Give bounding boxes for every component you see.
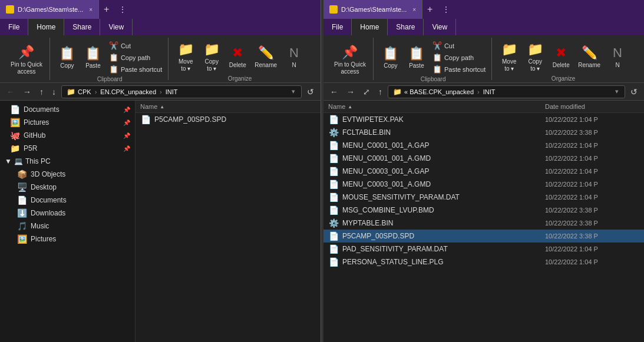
left-pin-btn[interactable]: 📌 Pin to Quickaccess <box>7 43 46 77</box>
left-tab-close[interactable]: × <box>89 6 93 13</box>
file-icon: 📄 <box>328 115 339 124</box>
right-file-fcltable-bin[interactable]: ⚙️ FCLTABLE.BIN 10/22/2022 3:38 P <box>323 126 644 139</box>
left-copyto-btn[interactable]: 📁 Copyto ▾ <box>199 40 224 74</box>
sidebar-item-documents[interactable]: 📄 Documents <box>0 194 135 207</box>
left-paste-btn[interactable]: 📋 Paste <box>81 41 105 75</box>
right-paste-shortcut-btn[interactable]: 📋 Paste shortcut <box>430 64 488 75</box>
left-cut-icon: ✂️ <box>109 41 118 50</box>
left-pin-label: Pin to Quickaccess <box>11 61 42 75</box>
sidebar-item-p5r[interactable]: 📁 P5R 📌 <box>0 142 135 155</box>
right-col-date-header[interactable]: Date modified <box>545 103 639 110</box>
left-path-part1: CPK <box>78 88 91 95</box>
file-date: 10/22/2022 1:04 P <box>545 116 639 123</box>
right-rename-btn[interactable]: ✏️ Rename <box>574 40 604 74</box>
sidebar-item-pictures-pinned[interactable]: 🖼️ Pictures 📌 <box>0 116 135 129</box>
left-move-btn[interactable]: 📁 Moveto ▾ <box>173 40 198 74</box>
left-paste-shortcut-icon: 📋 <box>109 65 118 74</box>
right-copy-path-btn[interactable]: 📋 Copy path <box>430 52 488 63</box>
sidebar-item-downloads[interactable]: ⬇️ Downloads <box>0 207 135 220</box>
right-copyto-btn[interactable]: 📁 Copyto ▾ <box>523 40 547 74</box>
right-refresh-btn[interactable]: ↺ <box>628 86 640 98</box>
right-file-msg-combine-lvup-bmd[interactable]: 📄 MSG_COMBINE_LVUP.BMD 10/22/2022 3:38 P <box>323 204 644 217</box>
right-paste-btn[interactable]: 📋 Paste <box>404 41 429 75</box>
left-tab-file[interactable]: File <box>0 19 28 35</box>
right-file-menu-c0001-001-a-gap[interactable]: 📄 MENU_C0001_001_A.GAP 10/22/2022 1:04 P <box>323 139 644 152</box>
right-expand-btn[interactable]: ⤢ <box>360 86 373 98</box>
left-rename-btn[interactable]: ✏️ Rename <box>251 40 280 74</box>
right-copy-btn[interactable]: 📋 Copy <box>378 41 403 75</box>
sidebar-item-music[interactable]: 🎵 Music <box>0 220 135 233</box>
left-ribbon-tabs: File Home Share View <box>0 19 321 35</box>
left-forward-btn[interactable]: → <box>20 86 34 98</box>
left-file-p5camp[interactable]: 📄 P5CAMP_00SPD.SPD <box>136 113 321 126</box>
sidebar-pics2-label: Pictures <box>31 235 56 243</box>
left-organize-items: 📁 Moveto ▾ 📁 Copyto ▾ ✖ Delete ✏️ <box>173 38 306 74</box>
left-rename-label: Rename <box>255 62 277 69</box>
right-tab-home[interactable]: Home <box>352 19 388 35</box>
file-date: 10/22/2022 1:04 P <box>545 181 639 188</box>
sidebar-item-github[interactable]: 🐙 GitHub 📌 <box>0 129 135 142</box>
right-tab-share[interactable]: Share <box>388 19 424 35</box>
left-address-path[interactable]: 📁 CPK › EN.CPK_unpacked › INIT ▾ <box>61 85 302 98</box>
right-file-menu-c0003-001-a-gap[interactable]: 📄 MENU_C0003_001_A.GAP 10/22/2022 1:04 P <box>323 165 644 178</box>
left-refresh-btn[interactable]: ↺ <box>304 86 317 98</box>
sidebar-p5r-icon: 📁 <box>9 144 20 153</box>
sidebar-item-desktop[interactable]: 🖥️ Desktop <box>0 181 135 194</box>
left-path-part3: INIT <box>166 88 178 95</box>
left-new-btn[interactable]: N N <box>282 40 306 74</box>
right-file-p5camp-00spd-spd[interactable]: 📄 P5CAMP_00SPD.SPD 10/22/2022 3:38 P <box>323 230 644 243</box>
right-back-btn[interactable]: ← <box>327 86 341 98</box>
sidebar-docs-icon: 📄 <box>9 105 20 114</box>
right-pane: D:\Games\Steam\ste... × + ⋮ File Home Sh… <box>323 0 644 342</box>
sidebar-item-3d[interactable]: 📦 3D Objects <box>0 168 135 181</box>
left-path-folder-icon: 📁 <box>67 88 75 96</box>
right-file-menu-c0001-001-a-gmd[interactable]: 📄 MENU_C0001_001_A.GMD 10/22/2022 1:04 P <box>323 152 644 165</box>
left-tab-share[interactable]: Share <box>64 19 100 35</box>
right-file-persona-status-line-plg[interactable]: 📄 PERSONA_STATUS_LINE.PLG 10/22/2022 1:0… <box>323 255 644 268</box>
file-name: PERSONA_STATUS_LINE.PLG <box>342 258 541 266</box>
right-tab-file[interactable]: File <box>323 19 352 35</box>
left-move-icon: 📁 <box>178 42 194 57</box>
right-file-pad-sensitivity-param-dat[interactable]: 📄 PAD_SENSITIVITY_PARAM.DAT 10/22/2022 1… <box>323 243 644 255</box>
sidebar-p5r-pin: 📌 <box>123 145 130 152</box>
right-tab-new[interactable]: + <box>422 0 437 19</box>
left-down-btn[interactable]: ↓ <box>49 86 59 98</box>
right-file-evtwipetex-pak[interactable]: 📄 EVTWIPETEX.PAK 10/22/2022 1:04 P <box>323 113 644 126</box>
left-delete-btn[interactable]: ✖ Delete <box>225 40 250 74</box>
right-move-btn[interactable]: 📁 Moveto ▾ <box>497 40 521 74</box>
right-tab-close[interactable]: × <box>412 6 416 13</box>
right-move-icon: 📁 <box>501 42 517 57</box>
right-file-mouse-sensitivity-param-dat[interactable]: 📄 MOUSE_SENSITIVITY_PARAM.DAT 10/22/2022… <box>323 191 644 204</box>
sidebar-item-pictures[interactable]: 🖼️ Pictures <box>0 233 135 245</box>
left-cut-btn[interactable]: ✂️ Cut <box>107 40 164 51</box>
right-tab-view[interactable]: View <box>424 19 456 35</box>
left-tab-view[interactable]: View <box>100 19 133 35</box>
right-file-menu-c0003-001-a-gmd[interactable]: 📄 MENU_C0003_001_A.GMD 10/22/2022 1:04 P <box>323 178 644 191</box>
right-pin-btn[interactable]: 📌 Pin to Quickaccess <box>331 43 369 77</box>
file-name: MSG_COMBINE_LVUP.BMD <box>342 206 541 214</box>
left-tab-new[interactable]: + <box>99 0 114 19</box>
sidebar-section-thispc[interactable]: ▼ 💻 This PC <box>0 155 135 168</box>
left-paste-shortcut-btn[interactable]: 📋 Paste shortcut <box>107 64 164 75</box>
right-address-path[interactable]: 📁 « BASE.CPK_unpacked › INIT ▾ <box>388 85 625 98</box>
right-up-btn[interactable]: ↑ <box>375 86 385 98</box>
right-tab-active[interactable]: D:\Games\Steam\ste... × <box>323 0 422 19</box>
right-tab-more[interactable]: ⋮ <box>437 0 455 19</box>
right-delete-btn[interactable]: ✖ Delete <box>549 40 573 74</box>
right-col-name-header[interactable]: Name <box>328 103 545 110</box>
right-paste-label: Paste <box>409 62 424 69</box>
left-back-btn[interactable]: ← <box>4 86 18 98</box>
right-file-myptable-bin[interactable]: ⚙️ MYPTABLE.BIN 10/22/2022 3:38 P <box>323 217 644 230</box>
left-tab-home[interactable]: Home <box>28 19 64 35</box>
left-copy-btn[interactable]: 📋 Copy <box>55 41 80 75</box>
left-tab-more[interactable]: ⋮ <box>114 0 131 19</box>
right-new-btn[interactable]: N N <box>605 40 630 74</box>
left-file-p5camp-icon: 📄 <box>140 115 151 124</box>
left-col-name-header[interactable]: Name <box>140 103 316 110</box>
sidebar-item-documents-pinned[interactable]: 📄 Documents 📌 <box>0 103 135 116</box>
left-copy-path-btn[interactable]: 📋 Copy path <box>107 52 164 63</box>
right-forward-btn[interactable]: → <box>344 86 358 98</box>
left-tab-active[interactable]: D:\Games\Steam\ste... × <box>0 0 99 19</box>
left-up-btn[interactable]: ↑ <box>37 86 47 98</box>
right-cut-btn[interactable]: ✂️ Cut <box>430 40 488 51</box>
